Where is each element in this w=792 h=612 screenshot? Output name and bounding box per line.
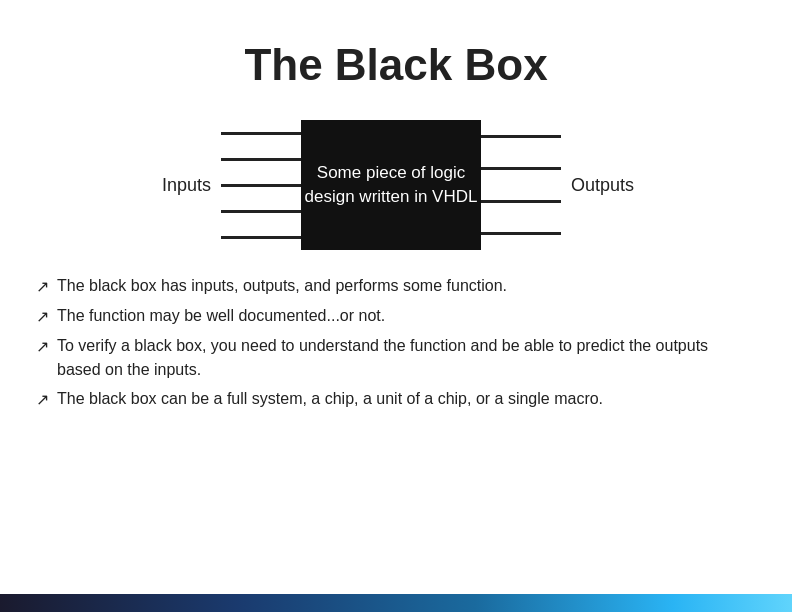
- wire-right-4: [481, 232, 561, 235]
- inputs-label: Inputs: [151, 175, 211, 196]
- bullet-text-2: To verify a black box, you need to under…: [57, 334, 756, 384]
- diagram: Inputs Some piece of logic design writte…: [0, 120, 792, 250]
- slide: The Black Box Inputs Some piece of logic…: [0, 0, 792, 612]
- arrow-icon-1: ↗: [36, 305, 49, 330]
- black-box: Some piece of logic design written in VH…: [301, 120, 481, 250]
- arrow-icon-2: ↗: [36, 335, 49, 360]
- outputs-label: Outputs: [571, 175, 641, 196]
- black-box-label: Some piece of logic design written in VH…: [301, 161, 481, 209]
- wires-left: [221, 120, 301, 250]
- bullet-item-0: ↗The black box has inputs, outputs, and …: [36, 274, 756, 300]
- wire-right-1: [481, 135, 561, 138]
- wire-left-3: [221, 184, 301, 187]
- bullet-item-1: ↗The function may be well documented...o…: [36, 304, 756, 330]
- wire-right-2: [481, 167, 561, 170]
- wire-left-2: [221, 158, 301, 161]
- arrow-icon-3: ↗: [36, 388, 49, 413]
- wire-left-5: [221, 236, 301, 239]
- bullet-item-2: ↗To verify a black box, you need to unde…: [36, 334, 756, 384]
- wire-left-4: [221, 210, 301, 213]
- wires-right: [481, 120, 561, 250]
- bullet-text-0: The black box has inputs, outputs, and p…: [57, 274, 756, 299]
- bullet-text-3: The black box can be a full system, a ch…: [57, 387, 756, 412]
- bullet-text-1: The function may be well documented...or…: [57, 304, 756, 329]
- wire-right-3: [481, 200, 561, 203]
- arrow-icon-0: ↗: [36, 275, 49, 300]
- bottom-bar: [0, 594, 792, 612]
- bullet-list: ↗The black box has inputs, outputs, and …: [36, 274, 756, 417]
- page-title: The Black Box: [244, 40, 547, 90]
- wire-left-1: [221, 132, 301, 135]
- bullet-item-3: ↗The black box can be a full system, a c…: [36, 387, 756, 413]
